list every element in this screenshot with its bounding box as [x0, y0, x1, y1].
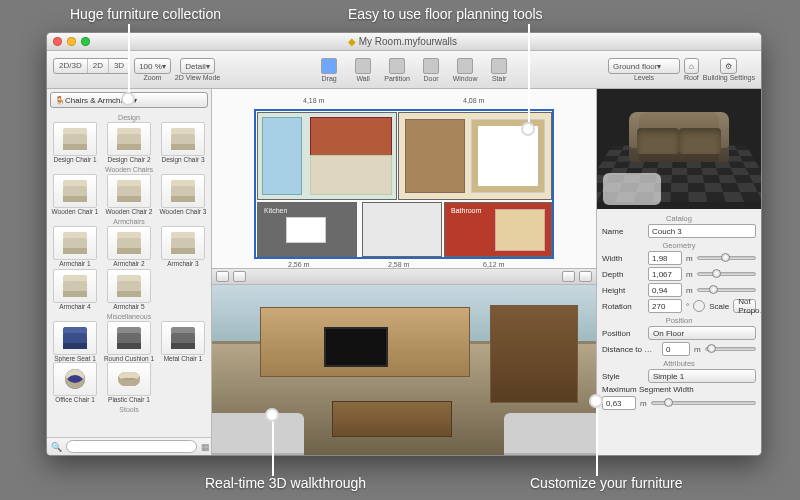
distance-slider[interactable]: [705, 347, 756, 351]
tool-wall[interactable]: Wall: [349, 58, 377, 82]
library-item[interactable]: Design Chair 1: [49, 122, 101, 163]
view-2d3d[interactable]: 2D/3D: [54, 59, 88, 73]
library-item-label: Wooden Chair 1: [52, 208, 99, 215]
width-field[interactable]: 1,98: [648, 251, 682, 265]
library-item-label: Wooden Chair 3: [160, 208, 207, 215]
library-item[interactable]: Wooden Chair 1: [49, 174, 101, 215]
library-item[interactable]: Armchair 2: [103, 226, 155, 267]
section-catalog: Catalog: [602, 214, 756, 223]
view-3d[interactable]: 3D: [109, 59, 129, 73]
fullscreen-icon[interactable]: [579, 271, 592, 282]
furniture-thumb: [53, 321, 97, 355]
object-preview-3d[interactable]: [597, 89, 761, 209]
callout-dot: [589, 394, 603, 408]
zoom-select[interactable]: 100 % ▾: [134, 58, 171, 74]
library-section-heading: Armchairs: [49, 218, 209, 225]
zoom-icon[interactable]: [81, 37, 90, 46]
position-select[interactable]: On Floor: [648, 326, 756, 340]
close-icon[interactable]: [53, 37, 62, 46]
minimize-icon[interactable]: [67, 37, 76, 46]
width-slider[interactable]: [697, 256, 756, 260]
tool-partition[interactable]: Partition: [383, 58, 411, 82]
rotation-field[interactable]: 270: [648, 299, 682, 313]
callout-customize: Customize your furniture: [530, 475, 683, 491]
roof-button[interactable]: ⌂: [684, 58, 699, 74]
detail-label: 2D View Mode: [175, 74, 220, 81]
rotation-dial-icon[interactable]: [693, 300, 705, 312]
style-select[interactable]: Simple 1: [648, 369, 756, 383]
library-item[interactable]: Design Chair 2: [103, 122, 155, 163]
depth-slider[interactable]: [697, 272, 756, 276]
furniture-thumb: [107, 122, 151, 156]
library-item-label: Armchair 1: [59, 260, 90, 267]
callout-line: [272, 420, 274, 476]
center-area: Kitchen Bathroom 4,18 m 4,08 m 2,56 m 2,…: [212, 89, 596, 455]
scale-select[interactable]: Not Propo…: [733, 299, 756, 313]
view-2d[interactable]: 2D: [88, 59, 109, 73]
library-item[interactable]: Metal Chair 1: [157, 321, 209, 362]
inspector-panel: Catalog Name Couch 3 Geometry Width 1,98…: [596, 89, 761, 455]
camera-icon[interactable]: [562, 271, 575, 282]
rotation-label: Rotation: [602, 302, 644, 311]
moon-icon[interactable]: [233, 271, 246, 282]
furniture-thumb: [161, 122, 205, 156]
tool-door[interactable]: Door: [417, 58, 445, 82]
name-field[interactable]: Couch 3: [648, 224, 756, 238]
furniture-thumb: [107, 269, 151, 303]
search-icon: 🔍: [51, 442, 62, 452]
settings-label: Building Settings: [703, 74, 755, 81]
height-slider[interactable]: [697, 288, 756, 292]
sun-icon[interactable]: [216, 271, 229, 282]
library-item[interactable]: Armchair 4: [49, 269, 101, 310]
library-item[interactable]: Wooden Chair 3: [157, 174, 209, 215]
library-scroll[interactable]: DesignDesign Chair 1Design Chair 2Design…: [47, 111, 211, 437]
building-settings-button[interactable]: ⚙: [720, 58, 737, 74]
room-label-kitchen: Kitchen: [264, 207, 287, 214]
section-geometry: Geometry: [602, 241, 756, 250]
library-item[interactable]: Wooden Chair 2: [103, 174, 155, 215]
tool-drag[interactable]: Drag: [315, 58, 343, 82]
distance-label: Distance to …: [602, 345, 658, 354]
library-item-label: Office Chair 1: [55, 396, 95, 403]
grid-icon[interactable]: ▦: [201, 442, 210, 452]
tool-stair[interactable]: Stair: [485, 58, 513, 82]
library-item[interactable]: Design Chair 3: [157, 122, 209, 163]
furniture-thumb: [107, 321, 151, 355]
library-section-heading: Design: [49, 114, 209, 121]
library-item[interactable]: Armchair 1: [49, 226, 101, 267]
depth-field[interactable]: 1,067: [648, 267, 682, 281]
furniture-thumb: [53, 174, 97, 208]
max-seg-field[interactable]: 0,63: [602, 396, 636, 410]
floor-plan-canvas[interactable]: Kitchen Bathroom 4,18 m 4,08 m 2,56 m 2,…: [212, 89, 596, 269]
height-label: Height: [602, 286, 644, 295]
nav-pad[interactable]: [603, 173, 661, 205]
titlebar[interactable]: ◆ My Room.myfourwalls: [47, 33, 761, 51]
view-mode-segment[interactable]: 2D/3D 2D 3D: [53, 58, 130, 81]
library-item[interactable]: Armchair 5: [103, 269, 155, 310]
library-item[interactable]: Armchair 3: [157, 226, 209, 267]
width-label: Width: [602, 254, 644, 263]
window-controls: [53, 37, 90, 46]
split-bar[interactable]: [212, 269, 596, 285]
height-field[interactable]: 0,94: [648, 283, 682, 297]
furniture-thumb: [53, 226, 97, 260]
callout-dot: [121, 92, 135, 106]
max-seg-slider[interactable]: [651, 401, 756, 405]
callout-dot: [265, 408, 279, 422]
tool-window[interactable]: Window: [451, 58, 479, 82]
library-item-label: Metal Chair 1: [164, 355, 203, 362]
library-item[interactable]: Round Cushion 1: [103, 321, 155, 362]
3d-walkthrough[interactable]: [212, 285, 596, 455]
callout-line: [128, 24, 130, 94]
window-title: My Room.myfourwalls: [359, 36, 457, 47]
library-item[interactable]: Sphere Seat 1: [49, 321, 101, 362]
toolbar: 2D/3D 2D 3D 100 % ▾ Zoom Detail ▾ 2D Vie…: [47, 51, 761, 89]
distance-field[interactable]: 0: [662, 342, 690, 356]
detail-select[interactable]: Detail ▾: [180, 58, 214, 74]
name-label: Name: [602, 227, 644, 236]
level-select[interactable]: Ground floor ▾: [608, 58, 680, 74]
library-item[interactable]: Office Chair 1: [49, 362, 101, 403]
search-input[interactable]: [66, 440, 197, 453]
library-item[interactable]: Plastic Chair 1: [103, 362, 155, 403]
dimension-label: 4,08 m: [462, 97, 485, 104]
